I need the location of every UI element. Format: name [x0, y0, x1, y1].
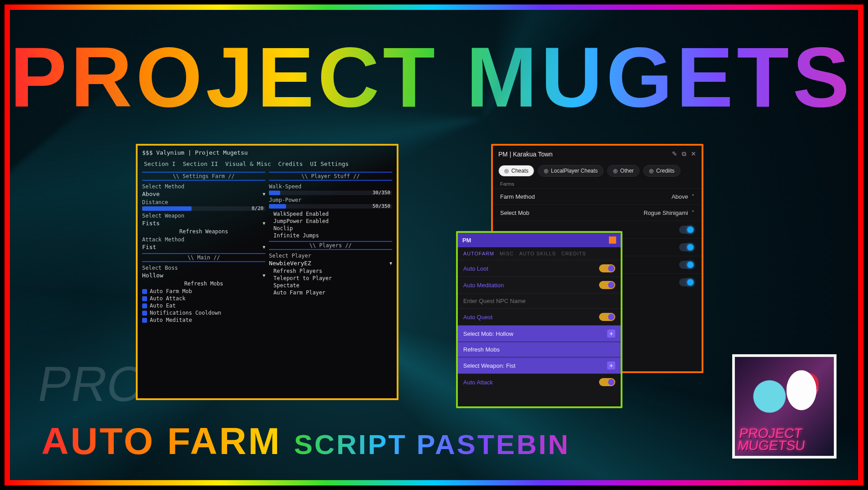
- walk-speed-slider[interactable]: 30/350: [269, 191, 392, 195]
- toggle-switch[interactable]: [679, 278, 694, 286]
- row-toggle[interactable]: [493, 221, 702, 238]
- row-select-weapon-fist[interactable]: Select Weapon: Fist+: [458, 357, 621, 374]
- valynium-titlebar[interactable]: $$$ Valynium | Project Mugetsu: [138, 146, 397, 160]
- distance-slider[interactable]: 8/20: [142, 206, 265, 211]
- close-icon[interactable]: ✕: [691, 150, 696, 158]
- checkbox-notifications-cooldown[interactable]: Notifications Cooldown: [142, 309, 265, 316]
- chevron-down-icon: ▼: [263, 273, 265, 278]
- jump-power-slider[interactable]: 50/350: [269, 204, 392, 209]
- row-toggle[interactable]: [493, 273, 702, 291]
- pill-other[interactable]: ◎Other: [607, 165, 640, 177]
- karakua-title[interactable]: PM | Karakua Town: [498, 151, 553, 158]
- chevron-up-icon: ˄: [692, 210, 694, 216]
- select-boss-label: Select Boss: [142, 265, 265, 271]
- tab-section-1[interactable]: Section I: [144, 160, 175, 167]
- walk-speed-label: Walk-Speed: [269, 183, 392, 190]
- item-walkspeed-enabled[interactable]: WalkSpeed Enabled: [269, 210, 392, 218]
- attack-method-label: Attack Method: [142, 236, 265, 243]
- select-method-dropdown[interactable]: Above▼: [142, 190, 265, 198]
- section-players: \\ Players //: [269, 241, 392, 250]
- thumbnail-logo: PROJECTMUGETSU: [737, 427, 832, 451]
- distance-label: Distance: [142, 199, 265, 205]
- toggle-switch[interactable]: [679, 261, 694, 269]
- tab-credits[interactable]: Credits: [278, 160, 303, 167]
- checkbox-auto-farm-mob[interactable]: Auto Farm Mob: [142, 288, 265, 295]
- tab-ui-settings[interactable]: UI Settings: [310, 160, 349, 167]
- row-toggle[interactable]: [493, 238, 702, 256]
- subtitle-main: AUTO FARM: [41, 419, 282, 463]
- chevron-down-icon: ▼: [389, 261, 392, 266]
- plus-icon[interactable]: +: [607, 330, 615, 338]
- select-weapon-label: Select Weapon: [142, 213, 265, 219]
- item-jumppower-enabled[interactable]: JumpPower Enabled: [269, 218, 392, 225]
- checkbox-auto-meditate[interactable]: Auto Meditate: [142, 316, 265, 324]
- pm-title[interactable]: PM: [462, 237, 471, 244]
- attack-method-dropdown[interactable]: Fist▼: [142, 243, 265, 251]
- karakua-panel: PM | Karakua Town ✎ ⧉ ✕ ◎Cheats◎LocalPla…: [491, 144, 703, 373]
- pill-cheats[interactable]: ◎Cheats: [498, 165, 534, 177]
- item-refresh-players[interactable]: Refresh Players: [269, 267, 392, 275]
- chevron-down-icon: ▼: [263, 192, 265, 196]
- row-auto-quest[interactable]: Auto Quest: [458, 308, 621, 325]
- row-select-mob-hollow[interactable]: Select Mob: Hollow+: [458, 325, 621, 342]
- tab-auto-skills[interactable]: AUTO SKILLS: [519, 251, 556, 256]
- rainbow-frame: PROJECT MUGETSU PRO $$$ Valynium | Proje…: [4, 4, 864, 486]
- refresh-mobs-button[interactable]: Refresh Mobs: [142, 280, 265, 288]
- select-player-dropdown[interactable]: NewbieVeryEZ▼: [269, 259, 392, 267]
- pill-localplayer-cheats[interactable]: ◎LocalPlayer Cheats: [538, 165, 604, 177]
- checkbox-icon: [142, 296, 147, 301]
- subtitle-sub: SCRIPT PASTEBIN: [294, 428, 570, 460]
- game-thumbnail: PROJECTMUGETSU: [732, 354, 837, 459]
- toggle-switch[interactable]: [679, 226, 694, 234]
- edit-icon[interactable]: ✎: [672, 150, 677, 158]
- checkbox-auto-attack[interactable]: Auto Attack: [142, 295, 265, 302]
- watermark: PRO: [35, 364, 149, 404]
- tab-misc[interactable]: MISC: [500, 251, 514, 256]
- select-weapon-dropdown[interactable]: Fists▼: [142, 219, 265, 227]
- toggle-switch[interactable]: [599, 378, 615, 386]
- item-infinite-jumps[interactable]: Infinite Jumps: [269, 232, 392, 239]
- karakua-pills: ◎Cheats◎LocalPlayer Cheats◎Other◎Crediit…: [493, 162, 702, 181]
- chevron-down-icon: ▼: [263, 245, 265, 249]
- item-auto-farm-player[interactable]: Auto Farm Player: [269, 289, 392, 296]
- row-toggle[interactable]: [493, 256, 702, 273]
- subtitle: AUTO FARM SCRIPT PASTEBIN: [41, 419, 570, 463]
- plus-icon[interactable]: +: [607, 361, 615, 370]
- checkbox-auto-eat[interactable]: Auto Eat: [142, 302, 265, 309]
- refresh-weapons-button[interactable]: Refresh Weapons: [142, 227, 265, 236]
- toggle-switch[interactable]: [679, 243, 694, 251]
- target-icon: ◎: [504, 168, 509, 174]
- toggle-switch[interactable]: [599, 264, 615, 272]
- target-icon: ◎: [544, 168, 548, 174]
- pill-crediits[interactable]: ◎Crediits: [643, 165, 680, 177]
- select-player-label: Select Player: [269, 253, 392, 259]
- select-boss-dropdown[interactable]: Hollow▼: [142, 271, 265, 280]
- tab-visual-misc[interactable]: Visual & Misc: [225, 160, 271, 167]
- farms-section-label: Farms: [493, 181, 702, 188]
- jump-power-label: Jump-Power: [269, 197, 392, 203]
- distance-value: 8/20: [252, 205, 264, 211]
- row-auto-loot[interactable]: Auto Loot: [458, 260, 621, 276]
- tab-credits[interactable]: CREDITS: [561, 251, 586, 256]
- item-spectate[interactable]: Spectate: [269, 282, 392, 289]
- row-farm-method[interactable]: Farm MethodAbove˄: [493, 188, 702, 205]
- row-refresh-mobs[interactable]: Refresh Mobs: [458, 342, 621, 357]
- checkbox-icon: [142, 289, 147, 294]
- toggle-switch[interactable]: [599, 281, 615, 289]
- copy-icon[interactable]: ⧉: [682, 150, 686, 158]
- item-noclip[interactable]: Noclip: [269, 225, 392, 232]
- row-auto-attack[interactable]: Auto Attack: [458, 374, 621, 390]
- background: PROJECT MUGETSU PRO $$$ Valynium | Proje…: [10, 10, 858, 480]
- tab-section-2[interactable]: Section II: [183, 160, 218, 167]
- quest-npc-field[interactable]: [463, 298, 615, 304]
- checkbox-icon: [142, 303, 147, 308]
- tab-autofarm[interactable]: AUTOFARM: [463, 251, 494, 256]
- target-icon: ◎: [613, 168, 617, 174]
- toggle-switch[interactable]: [599, 313, 615, 321]
- item-teleport-to-player[interactable]: Teleport to Player: [269, 275, 392, 282]
- row-auto-meditation[interactable]: Auto Meditation: [458, 276, 621, 293]
- pm-minimize-button[interactable]: [609, 236, 616, 244]
- row-select-mob[interactable]: Select MobRogue Shinigami˄: [493, 205, 702, 221]
- character-art: [774, 363, 828, 431]
- quest-npc-input[interactable]: [458, 293, 621, 308]
